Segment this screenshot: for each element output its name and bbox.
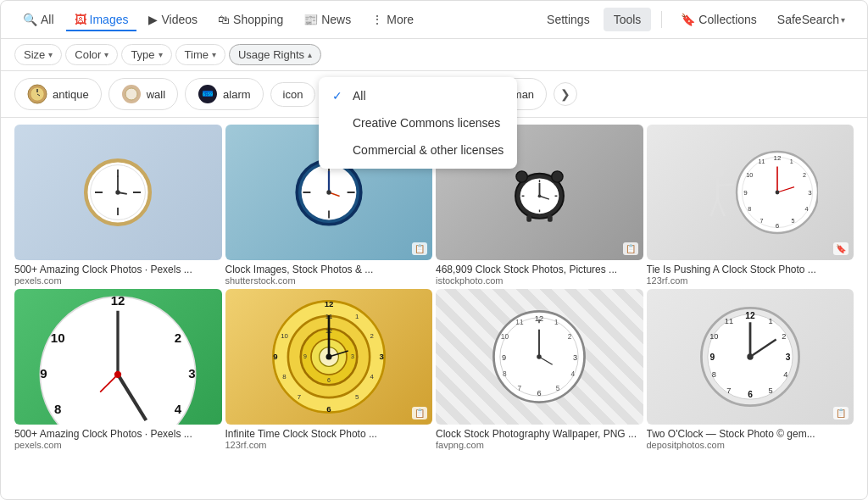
tools-label: Tools <box>614 13 642 26</box>
svg-text:9: 9 <box>502 353 506 362</box>
collections-label: Collections <box>698 13 756 26</box>
image-thumb-4: 12 6 3 9 1 2 4 5 7 8 10 11 <box>647 125 854 260</box>
wall-chip-icon <box>121 84 142 104</box>
image-source-1: pexels.com <box>14 275 222 286</box>
usage-rights-chevron-icon: ▴ <box>308 50 312 59</box>
svg-text:8: 8 <box>711 370 715 379</box>
clock-svg-4: 12 6 3 9 1 2 4 5 7 8 10 11 <box>682 137 818 247</box>
nav-more[interactable]: ⋮ More <box>363 8 422 31</box>
image-card-1[interactable]: 500+ Amazing Clock Photos · Pexels ... p… <box>14 125 222 286</box>
nav-videos[interactable]: ▶ Videos <box>140 8 206 31</box>
svg-text:3: 3 <box>189 366 196 381</box>
type-filter[interactable]: Type ▾ <box>121 44 171 65</box>
svg-text:7: 7 <box>298 393 301 401</box>
nav-news[interactable]: 📰 News <box>295 8 359 31</box>
image-title-7: Clock Stock Photography Wallpaper, PNG .… <box>436 428 643 440</box>
svg-point-38 <box>537 194 541 197</box>
time-label: Time <box>185 48 209 61</box>
usage-rights-filter[interactable]: Usage Rights ▴ <box>229 44 321 65</box>
card2-icon: 📋 <box>412 242 427 255</box>
svg-text:7: 7 <box>518 384 522 392</box>
shopping-icon: 🛍 <box>218 13 230 26</box>
clock-svg-6: 12 3 6 9 11 1 2 4 5 7 8 10 12 3 6 9 <box>261 297 397 416</box>
all-checkmark-icon: ✓ <box>332 89 346 103</box>
svg-text:10: 10 <box>709 332 718 341</box>
svg-text:1: 1 <box>768 317 772 325</box>
time-filter[interactable]: Time ▾ <box>175 44 225 65</box>
size-filter[interactable]: Size ▾ <box>14 44 62 65</box>
svg-text:8: 8 <box>748 205 751 213</box>
dropdown-commercial[interactable]: ✓ Commercial & other licenses <box>319 136 517 164</box>
svg-point-29 <box>326 190 331 194</box>
image-source-3: istockphoto.com <box>436 275 643 286</box>
image-source-4: 123rf.com <box>647 275 854 286</box>
svg-text:10: 10 <box>51 331 65 345</box>
image-source-8: depositphotos.com <box>647 440 854 450</box>
tools-button[interactable]: Tools <box>604 8 652 31</box>
nav-news-label: News <box>321 13 351 26</box>
settings-button[interactable]: Settings <box>537 8 600 31</box>
type-label: Type <box>131 48 154 61</box>
size-label: Size <box>24 48 45 61</box>
image-card-7[interactable]: 12 6 3 9 1 2 4 5 7 8 10 11 <box>436 289 643 450</box>
dropdown-creative-commons[interactable]: ✓ Creative Commons licenses <box>319 109 517 136</box>
dropdown-all[interactable]: ✓ All <box>319 82 517 109</box>
color-filter[interactable]: Color ▾ <box>65 44 118 65</box>
chip-icon-label: icon <box>283 88 303 101</box>
svg-text:5: 5 <box>768 386 772 395</box>
svg-text:2: 2 <box>782 332 786 341</box>
svg-text:3: 3 <box>351 353 354 359</box>
clock-svg-7: 12 6 3 9 1 2 4 5 7 8 10 11 <box>488 306 590 408</box>
chip-alarm[interactable]: 6:59 alarm <box>185 78 264 110</box>
nav-images[interactable]: 🖼 Images <box>66 8 137 31</box>
image-thumb-6: 12 3 6 9 11 1 2 4 5 7 8 10 12 3 6 9 <box>225 289 433 425</box>
usage-rights-label: Usage Rights <box>238 48 304 61</box>
image-source-5: pexels.com <box>14 440 222 450</box>
image-thumb-1 <box>14 125 222 260</box>
safe-search-label: SafeSearch <box>777 13 839 26</box>
chip-wall-label: wall <box>147 88 165 101</box>
chip-antique-label: antique <box>53 88 89 101</box>
images-icon: 🖼 <box>75 13 86 26</box>
chip-icon[interactable]: icon <box>270 82 316 107</box>
svg-text:2: 2 <box>370 332 373 340</box>
usage-rights-dropdown: ✓ All ✓ Creative Commons licenses ✓ Comm… <box>319 77 517 169</box>
image-card-6[interactable]: 12 3 6 9 11 1 2 4 5 7 8 10 12 3 6 9 <box>225 289 433 450</box>
dropdown-all-label: All <box>353 89 366 103</box>
nav-images-label: Images <box>90 13 129 26</box>
alarm-chip-icon: 6:59 <box>198 84 218 104</box>
news-icon: 📰 <box>303 13 318 26</box>
svg-point-5 <box>125 88 137 100</box>
image-title-2: Clock Images, Stock Photos & ... <box>225 264 433 275</box>
collections-button[interactable]: 🔖 Collections <box>672 8 765 31</box>
image-card-4[interactable]: 12 6 3 9 1 2 4 5 7 8 10 11 <box>647 125 854 286</box>
image-title-6: Infinite Time Clock Stock Photo ... <box>225 428 433 440</box>
svg-text:4: 4 <box>370 373 374 381</box>
image-thumb-5: 12 2 3 10 9 8 4 <box>14 289 222 425</box>
svg-point-60 <box>710 164 724 177</box>
svg-text:6:59: 6:59 <box>203 92 213 97</box>
chip-antique[interactable]: antique <box>14 78 102 110</box>
chips-next-arrow[interactable]: ❯ <box>554 82 577 106</box>
svg-point-59 <box>775 191 779 195</box>
card6-icon: 📋 <box>412 407 427 419</box>
svg-text:1: 1 <box>554 318 559 326</box>
image-card-5[interactable]: 12 2 3 10 9 8 4 500+ Amazing C <box>14 289 222 450</box>
svg-text:6: 6 <box>748 390 753 399</box>
image-title-3: 468,909 Clock Stock Photos, Pictures ... <box>436 264 643 275</box>
image-card-8[interactable]: 12 6 3 9 1 2 4 5 7 8 10 11 📋 <box>647 289 854 450</box>
image-title-8: Two O'Clock — Stock Photo © gem... <box>647 428 854 440</box>
image-source-6: 123rf.com <box>225 440 433 450</box>
svg-text:9: 9 <box>273 352 277 361</box>
clock-svg-8: 12 6 3 9 1 2 4 5 7 8 10 11 <box>695 302 805 412</box>
svg-text:1: 1 <box>355 313 359 320</box>
chip-wall[interactable]: wall <box>108 78 178 110</box>
filter-bar: Size ▾ Color ▾ Type ▾ Time ▾ Usage Right… <box>1 39 867 71</box>
safe-search-button[interactable]: SafeSearch ▾ <box>769 8 854 31</box>
svg-text:8: 8 <box>282 373 287 381</box>
svg-text:11: 11 <box>516 318 525 326</box>
nav-shopping[interactable]: 🛍 Shopping <box>209 8 292 31</box>
nav-all[interactable]: 🔍 All <box>14 8 63 31</box>
svg-text:10: 10 <box>746 171 753 179</box>
nav-more-label: More <box>387 13 414 26</box>
